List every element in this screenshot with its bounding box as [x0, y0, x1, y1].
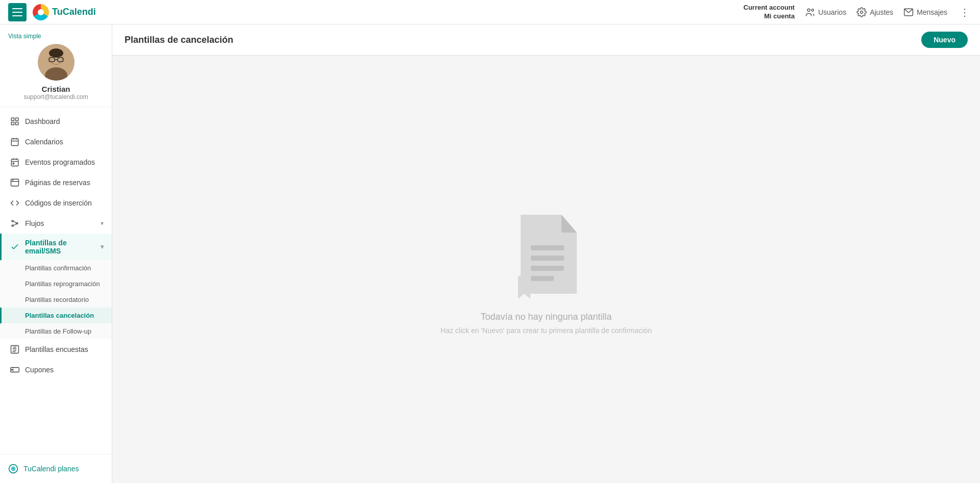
- svg-rect-37: [11, 346, 19, 353]
- sub-item-confirmacion[interactable]: Plantillas confirmación: [0, 260, 112, 276]
- sidebar-item-reservas[interactable]: Páginas de reservas: [0, 172, 112, 193]
- profile-name: Cristian: [42, 85, 70, 93]
- main-content: Plantillas de cancelación Nuevo: [112, 24, 980, 483]
- svg-rect-45: [531, 266, 564, 271]
- plans-label: TuCalendi planes: [23, 465, 79, 473]
- logo-text: TuCalendi: [52, 7, 96, 17]
- cupones-icon: [10, 365, 20, 375]
- svg-point-30: [16, 223, 18, 224]
- sidebar: Vista simple Cristian support@tucalen: [0, 24, 112, 483]
- sidebar-bottom: TuCalendi planes: [0, 454, 112, 483]
- sidebar-item-label-calendarios: Calendarios: [25, 138, 104, 146]
- sidebar-item-flujos[interactable]: Flujos ▾: [0, 213, 112, 234]
- empty-title: Todavía no hay ninguna plantilla: [480, 312, 611, 322]
- logo-icon: [33, 4, 49, 20]
- dashboard-icon: [10, 116, 20, 126]
- sidebar-nav: Dashboard Calendarios: [0, 107, 112, 454]
- empty-icon: [505, 205, 587, 303]
- sidebar-item-label-reservas: Páginas de reservas: [25, 179, 104, 187]
- sidebar-profile: Vista simple Cristian support@tucalen: [0, 24, 112, 107]
- encuestas-icon: [10, 344, 20, 354]
- no-templates-icon: [505, 205, 587, 301]
- sub-item-label-confirmacion: Plantillas confirmación: [25, 264, 91, 272]
- ajustes-label: Ajustes: [870, 8, 893, 16]
- plans-icon: [8, 464, 18, 474]
- empty-state: Todavía no hay ninguna plantilla Haz cli…: [112, 56, 980, 483]
- svg-rect-44: [531, 256, 564, 261]
- logo-area: TuCalendi: [33, 4, 96, 20]
- sidebar-item-label-flujos: Flujos: [25, 219, 95, 227]
- svg-rect-43: [531, 245, 564, 250]
- hamburger-button[interactable]: [8, 3, 27, 21]
- main-header: Plantillas de cancelación Nuevo: [112, 24, 980, 56]
- sub-item-followup[interactable]: Plantillas de Follow-up: [0, 323, 112, 339]
- topbar-left: TuCalendi: [8, 3, 96, 21]
- mensajes-label: Mensajes: [917, 8, 947, 16]
- sidebar-item-cupones[interactable]: Cupones: [0, 360, 112, 380]
- topbar: TuCalendi Current account Mi cuenta Usua…: [0, 0, 980, 24]
- svg-rect-14: [11, 122, 14, 125]
- sidebar-item-label-dashboard: Dashboard: [25, 117, 104, 125]
- sidebar-item-plantillas-email[interactable]: Plantillas de email/SMS ▾: [0, 234, 112, 260]
- profile-email: support@tucalendi.com: [23, 93, 88, 100]
- sidebar-item-encuestas[interactable]: Plantillas encuestas: [0, 339, 112, 360]
- calendar-icon: [10, 137, 20, 147]
- svg-point-42: [12, 468, 14, 469]
- avatar-icon: [38, 44, 75, 81]
- plantillas-chevron: ▾: [101, 243, 104, 250]
- vista-simple-link[interactable]: Vista simple: [4, 33, 41, 40]
- empty-subtitle: Haz click en 'Nuevo' para crear tu prime…: [440, 326, 652, 335]
- svg-rect-20: [11, 159, 18, 166]
- sidebar-item-label-cupones: Cupones: [25, 366, 104, 374]
- svg-rect-12: [11, 118, 14, 120]
- code-icon: [10, 198, 20, 208]
- mensajes-link[interactable]: Mensajes: [903, 7, 947, 17]
- current-account: Current account Mi cuenta: [744, 4, 795, 21]
- sub-item-reprogramacion[interactable]: Plantillas reprogramación: [0, 276, 112, 292]
- tucalendi-planes-link[interactable]: TuCalendi planes: [0, 459, 112, 479]
- svg-rect-16: [11, 139, 18, 146]
- sidebar-item-label-encuestas: Plantillas encuestas: [25, 345, 104, 353]
- eventos-icon: [10, 157, 20, 167]
- topbar-right: Current account Mi cuenta Usuarios Ajust…: [744, 4, 972, 21]
- svg-rect-15: [16, 122, 18, 125]
- svg-point-11: [49, 48, 63, 58]
- usuarios-label: Usuarios: [818, 8, 846, 16]
- svg-point-28: [12, 220, 13, 222]
- check-icon: [10, 242, 20, 252]
- layout: Vista simple Cristian support@tucalen: [0, 24, 980, 483]
- svg-point-29: [12, 225, 13, 226]
- usuarios-icon: [805, 7, 815, 17]
- sidebar-item-codigos[interactable]: Códigos de inserción: [0, 193, 112, 213]
- sub-item-label-followup: Plantillas de Follow-up: [25, 327, 91, 335]
- svg-rect-25: [11, 179, 19, 186]
- svg-rect-24: [13, 163, 14, 164]
- svg-point-40: [12, 369, 13, 370]
- sidebar-item-label-codigos: Códigos de inserción: [25, 199, 104, 207]
- svg-line-31: [13, 221, 16, 223]
- usuarios-link[interactable]: Usuarios: [805, 7, 846, 17]
- sub-item-label-cancelacion: Plantillas cancelación: [25, 312, 94, 319]
- sidebar-item-dashboard[interactable]: Dashboard: [0, 111, 112, 132]
- sidebar-item-label-plantillas: Plantillas de email/SMS: [25, 239, 95, 255]
- mail-icon: [903, 7, 914, 17]
- mi-cuenta-label: Mi cuenta: [744, 12, 795, 21]
- sidebar-item-eventos[interactable]: Eventos programados: [0, 152, 112, 172]
- reservas-icon: [10, 177, 20, 188]
- nuevo-button[interactable]: Nuevo: [921, 32, 968, 48]
- sidebar-item-calendarios[interactable]: Calendarios: [0, 132, 112, 152]
- sidebar-item-label-eventos: Eventos programados: [25, 158, 104, 166]
- flujos-icon: [10, 218, 20, 228]
- svg-line-32: [13, 224, 16, 226]
- sub-nav-plantillas: Plantillas confirmación Plantillas repro…: [0, 260, 112, 339]
- more-options-button[interactable]: ⋮: [958, 4, 972, 20]
- svg-point-2: [861, 11, 863, 13]
- avatar: [38, 44, 75, 81]
- sub-item-recordatorio[interactable]: Plantillas recordatorio: [0, 292, 112, 308]
- flujos-chevron: ▾: [101, 220, 104, 227]
- svg-rect-13: [16, 118, 18, 120]
- sub-item-cancelacion[interactable]: Plantillas cancelación: [0, 308, 112, 323]
- page-title: Plantillas de cancelación: [125, 35, 233, 45]
- svg-point-0: [807, 9, 810, 11]
- ajustes-link[interactable]: Ajustes: [856, 7, 893, 17]
